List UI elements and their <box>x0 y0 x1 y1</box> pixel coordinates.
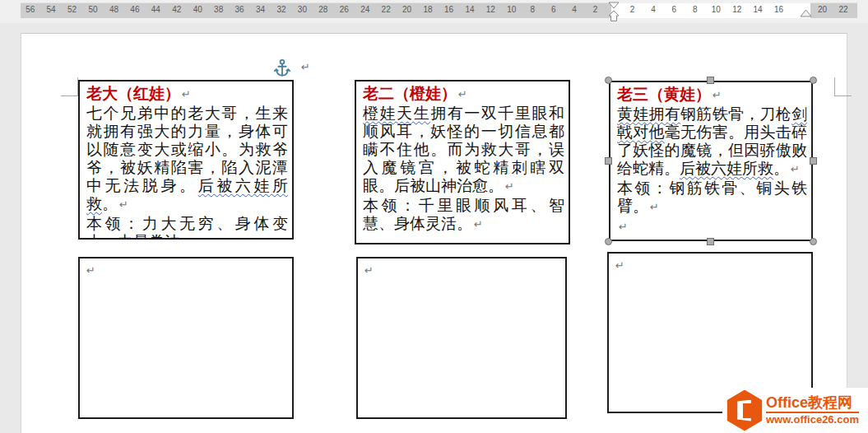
margin-corner-mark-left <box>61 77 78 96</box>
ruler-number: 22 <box>838 6 847 14</box>
ruler-number: 20 <box>818 6 827 14</box>
ruler-number: 20 <box>402 6 411 14</box>
body-text: 。 <box>102 194 118 212</box>
ruler-number: 28 <box>318 6 327 14</box>
ruler-number: 56 <box>26 6 35 14</box>
office-logo-icon <box>726 390 764 431</box>
watermark-brand: Office教程网 <box>766 395 859 411</box>
spellcheck-flagged-text: 后被六娃所救 <box>680 159 773 177</box>
textbox-laoer[interactable]: 老二（橙娃）↵橙娃天生拥有一双千里眼和顺风耳，妖怪的一切信息都瞒不住他。而为救大… <box>355 80 570 244</box>
body-text: 钢筋铁骨，刀枪 <box>680 105 791 123</box>
ruler-number: 30 <box>298 6 307 14</box>
paragraph-mark: ↵ <box>650 201 659 213</box>
body-text: 本领：千里眼顺风耳、智慧、身体灵活。 <box>363 196 564 232</box>
body-text: 本领：钢筋铁骨、铜头铁臂。 <box>617 179 807 215</box>
anchor-icon[interactable] <box>273 58 291 78</box>
ruler-number: 46 <box>130 6 139 14</box>
spellcheck-flagged-text: 黄娃拥有 <box>617 105 680 123</box>
selection-handle-top-right[interactable] <box>810 77 817 84</box>
ruler-number: 26 <box>340 6 349 14</box>
ruler-number: 14 <box>465 6 474 14</box>
paragraph-mark: ↵ <box>619 221 628 233</box>
ruler-number: 10 <box>712 6 721 14</box>
ruler-number: 6 <box>672 6 677 14</box>
paragraph-mark: ↵ <box>86 264 95 277</box>
paragraph-mark: ↵ <box>182 88 191 100</box>
paragraph-mark: ↵ <box>791 163 800 175</box>
textbox-empty-2[interactable]: ↵ <box>356 257 567 419</box>
paragraph-mark: ↵ <box>458 88 467 100</box>
paragraph-mark: ↵ <box>301 61 310 73</box>
ruler-number: 16 <box>444 6 453 14</box>
ruler-number: 50 <box>88 6 97 14</box>
ruler-number: 44 <box>151 6 160 14</box>
margin-corner-mark-right <box>834 77 852 96</box>
ruler-number: 2 <box>593 6 598 14</box>
selection-handle-middle-right[interactable] <box>810 157 817 165</box>
ruler-number: 16 <box>774 6 783 14</box>
ruler-number: 4 <box>651 6 656 14</box>
right-indent-marker[interactable] <box>800 9 812 17</box>
textbox-laoda[interactable]: 老大（红娃）↵七个兄弟中的老大哥，生来就拥有强大的力量，身体可以随意变大或缩小。… <box>78 80 294 240</box>
watermark: Office教程网 www.office26.com <box>722 388 868 433</box>
ruler-number: 42 <box>172 6 181 14</box>
paragraph-mark: ↵ <box>364 264 374 277</box>
left-indent-marker[interactable] <box>608 10 620 22</box>
selection-handle-top-middle[interactable] <box>707 77 714 84</box>
paragraph-mark: ↵ <box>615 259 624 272</box>
paragraph-mark: ↵ <box>119 198 128 211</box>
body-text: 。 <box>773 159 789 177</box>
ruler-number: 8 <box>693 6 698 14</box>
ruler-number: 24 <box>360 6 369 14</box>
ruler-number: 48 <box>109 6 118 14</box>
paragraph-mark: ↵ <box>505 180 514 193</box>
body-text: 本领：力大无穷、身体变大、力量拳法。 <box>86 214 288 240</box>
paragraph-mark: ↵ <box>474 218 483 230</box>
ruler-number: 2 <box>630 6 635 14</box>
ruler-number: 52 <box>67 6 77 14</box>
ruler-number: 14 <box>754 6 763 14</box>
ruler-number: 6 <box>551 6 556 14</box>
paragraph-mark: ↵ <box>197 236 207 240</box>
first-line-indent-marker[interactable] <box>608 2 620 9</box>
textbox-title: 老大（红娃） <box>86 84 180 102</box>
paragraph-mark: ↵ <box>713 89 722 101</box>
spellcheck-flagged-text: 橙娃天生 <box>363 104 430 122</box>
watermark-url: www.office26.com <box>766 413 859 426</box>
textbox-empty-1[interactable]: ↵ <box>78 257 294 419</box>
ruler-number: 12 <box>732 6 741 14</box>
ruler-number: 38 <box>214 6 223 14</box>
ruler-number: 18 <box>423 6 432 14</box>
ruler-number: 32 <box>276 6 285 14</box>
textbox-laosan-selected[interactable]: 老三（黄娃）↵黄娃拥有钢筋铁骨，刀枪剑戟对他毫无伤害。用头击碎了妖怪的魔镜，但因… <box>609 81 813 241</box>
ruler-number: 22 <box>382 6 391 14</box>
ruler-number: 36 <box>235 6 244 14</box>
ruler-number: 54 <box>47 6 56 14</box>
selection-handle-top-left[interactable] <box>605 77 612 84</box>
ruler-number: 10 <box>507 6 516 14</box>
paragraph-mark: ↵ <box>619 240 628 241</box>
ruler-number: 40 <box>193 6 202 14</box>
ruler-number: 34 <box>256 6 265 14</box>
ruler-number: 8 <box>530 6 535 14</box>
textbox-title: 老二（橙娃） <box>363 84 457 102</box>
selection-handle-bottom-right[interactable] <box>810 238 817 245</box>
selection-handle-bottom-middle[interactable] <box>707 238 714 245</box>
horizontal-ruler: 5654525048464442403836343230282624222018… <box>0 0 868 23</box>
ruler-number: 4 <box>572 6 577 14</box>
selection-handle-bottom-left[interactable] <box>605 238 612 245</box>
ruler-number: 12 <box>486 6 495 14</box>
selection-handle-middle-left[interactable] <box>605 157 612 165</box>
textbox-title: 老三（黄娃） <box>617 85 711 103</box>
